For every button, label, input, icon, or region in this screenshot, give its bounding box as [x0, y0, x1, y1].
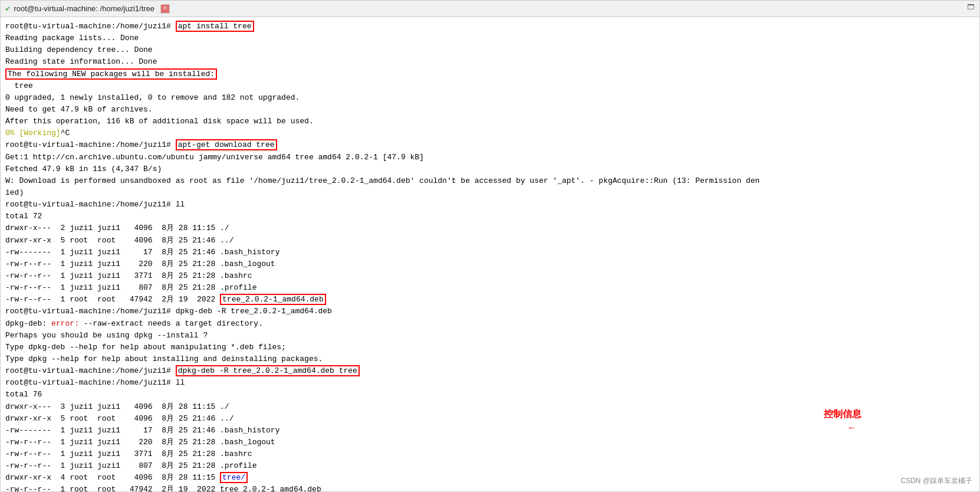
window-title: root@tu-virtual-machine: /home/juzi1/tre…: [14, 4, 154, 13]
terminal-line: -rw------- 1 juzi1 juzi1 17 8月 25 21:46 …: [5, 247, 975, 258]
terminal-line: ied): [5, 187, 975, 199]
terminal-line: Type dpkg-deb --help for help about mani…: [5, 342, 975, 353]
watermark: CSDN @踩单车卖橘子: [900, 475, 972, 487]
terminal-line: The following NEW packages will be insta…: [5, 68, 975, 80]
terminal-line: drwxr-x--- 3 juzi1 juzi1 4096 8月 28 11:1…: [5, 401, 975, 413]
terminal-window: ✔ root@tu-virtual-machine: /home/juzi1/t…: [0, 0, 980, 492]
terminal-line: 0 upgraded, 1 newly installed, 0 to remo…: [5, 92, 975, 104]
terminal-line: -rw-r--r-- 1 juzi1 juzi1 3771 8月 25 21:2…: [5, 270, 975, 282]
terminal-line: drwxr-x--- 2 juzi1 juzi1 4096 8月 28 11:1…: [5, 222, 975, 234]
terminal-line: root@tu-virtual-machine:/home/juzi1# dpk…: [5, 306, 975, 317]
terminal-line: root@tu-virtual-machine:/home/juzi1# dpk…: [5, 365, 975, 377]
terminal-line: Reading package lists... Done: [5, 32, 975, 44]
terminal-line: Fetched 47.9 kB in 11s (4,347 B/s): [5, 163, 975, 175]
terminal-line: Get:1 http://cn.archive.ubuntu.com/ubunt…: [5, 152, 975, 163]
terminal-line: total 72: [5, 211, 975, 222]
terminal-line: Reading state information... Done: [5, 56, 975, 68]
terminal-line: dpkg-deb: error: --raw-extract needs a t…: [5, 318, 975, 330]
terminal-line: root@tu-virtual-machine:/home/juzi1# apt…: [5, 139, 975, 151]
terminal-line: drwxr-xr-x 5 root root 4096 8月 25 21:46 …: [5, 413, 975, 425]
terminal-line: Perhaps you should be using dpkg --insta…: [5, 330, 975, 342]
terminal-line: -rw-r--r-- 1 juzi1 juzi1 220 8月 25 21:28…: [5, 258, 975, 270]
close-button[interactable]: ×: [160, 4, 170, 14]
terminal-content: root@tu-virtual-machine:/home/juzi1# apt…: [5, 21, 975, 491]
terminal-line: -rw-r--r-- 1 root root 47942 2月 19 2022 …: [5, 484, 975, 491]
terminal-line: root@tu-virtual-machine:/home/juzi1# ll: [5, 377, 975, 389]
terminal-line: drwxr-xr-x 5 root root 4096 8月 25 21:46 …: [5, 235, 975, 247]
terminal-line: root@tu-virtual-machine:/home/juzi1# ll: [5, 199, 975, 211]
resize-button[interactable]: 🗖: [967, 3, 974, 11]
terminal-line: -rw------- 1 juzi1 juzi1 17 8月 25 21:46 …: [5, 425, 975, 437]
terminal-line: -rw-r--r-- 1 root root 47942 2月 19 2022 …: [5, 294, 975, 306]
terminal-line: Type dpkg --help for help about installi…: [5, 353, 975, 365]
terminal-line: -rw-r--r-- 1 juzi1 juzi1 3771 8月 25 21:2…: [5, 448, 975, 460]
title-bar: ✔ root@tu-virtual-machine: /home/juzi1/t…: [1, 1, 979, 17]
terminal-line: -rw-r--r-- 1 juzi1 juzi1 807 8月 25 21:28…: [5, 282, 975, 294]
terminal-line: W: Download is performed unsandboxed as …: [5, 175, 975, 187]
terminal-line: tree: [5, 80, 975, 92]
status-icon: ✔: [5, 4, 10, 14]
terminal-line: total 76: [5, 389, 975, 401]
terminal-line: Need to get 47.9 kB of archives.: [5, 104, 975, 116]
terminal-line: -rw-r--r-- 1 juzi1 juzi1 807 8月 25 21:28…: [5, 460, 975, 472]
terminal-line: drwxr-xr-x 4 root root 4096 8月 28 11:15 …: [5, 472, 975, 484]
terminal-line: -rw-r--r-- 1 juzi1 juzi1 220 8月 25 21:28…: [5, 437, 975, 448]
terminal-line: root@tu-virtual-machine:/home/juzi1# apt…: [5, 21, 975, 32]
terminal-line: After this operation, 116 kB of addition…: [5, 116, 975, 127]
terminal-line: Building dependency tree... Done: [5, 44, 975, 56]
terminal-line: 0% [Working]^C: [5, 127, 975, 139]
terminal-body[interactable]: root@tu-virtual-machine:/home/juzi1# apt…: [1, 17, 979, 491]
